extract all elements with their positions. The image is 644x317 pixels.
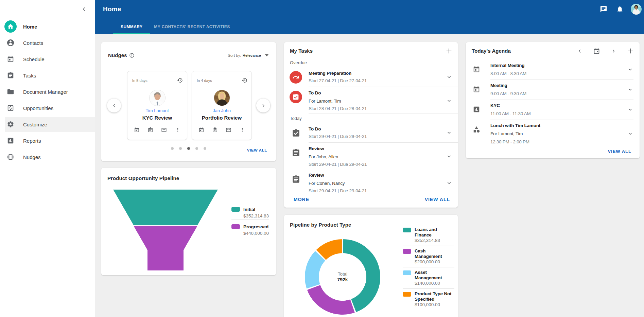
clipboard-icon [290, 146, 302, 159]
clipboard-icon[interactable] [147, 127, 153, 133]
expand-task-button[interactable] [442, 145, 456, 168]
agenda-row-kyc[interactable]: KYC 11:00 AM - 11:30 AM [466, 100, 640, 120]
tab-recent-activities[interactable]: MY CONTACTS' RECENT ACTIVITIES [146, 20, 238, 34]
legend-item-initial: Initial $352,314.83 [231, 206, 269, 219]
tasks-more-link[interactable]: MORE [294, 197, 309, 202]
expand-agenda-button[interactable] [623, 102, 637, 118]
calendar-icon [472, 61, 490, 77]
agenda-date-picker-button[interactable] [588, 43, 605, 59]
sidebar-collapse-button[interactable] [80, 5, 88, 14]
expand-agenda-button[interactable] [623, 122, 637, 146]
notifications-icon [616, 5, 624, 13]
agenda-prev-day-button[interactable] [571, 43, 588, 59]
sort-by-dropdown[interactable]: Sort by: Relevance [228, 53, 268, 57]
tab-summary[interactable]: SUMMARY [113, 20, 150, 34]
info-icon[interactable] [129, 53, 135, 58]
nudges-view-all-link[interactable]: VIEW ALL [247, 148, 267, 152]
agenda-item-title: KYC [490, 102, 623, 110]
history-icon[interactable] [177, 77, 183, 85]
legend-item-asset: Asset Management $140,000.00 [403, 270, 454, 286]
agenda-next-day-button[interactable] [605, 43, 622, 59]
task-dates: Start 28-04-21 | Due 28-04-21 [309, 105, 442, 112]
history-icon[interactable] [242, 77, 247, 85]
sidebar-item-customize[interactable]: Customize [0, 116, 95, 133]
ptype-title: Pipeline by Product Type [290, 222, 351, 228]
donut-total-label: Total [305, 271, 380, 277]
task-row-review-cohen[interactable]: Review For Cohen, Nancy Start 29-04-21 |… [284, 169, 458, 196]
nudge-card-tim-lamont[interactable]: In 5 days [127, 71, 187, 140]
add-task-button[interactable] [442, 44, 456, 58]
carousel-prev-button[interactable] [107, 99, 121, 112]
carousel-dot-active[interactable] [187, 147, 190, 150]
agenda-item-time: 8:00 AM - 8:30 AM [490, 70, 623, 77]
agenda-row-meeting[interactable]: Meeting 9:00 AM - 9:30 AM [466, 80, 640, 100]
kebab-menu-icon[interactable] [175, 127, 181, 133]
task-check-icon [290, 127, 302, 139]
expand-task-button[interactable] [442, 125, 456, 140]
carousel-dot[interactable] [179, 147, 182, 150]
expand-agenda-button[interactable] [623, 61, 637, 77]
nudge-card-jan-john[interactable]: In 4 days [192, 71, 252, 140]
sidebar-item-opportunities[interactable]: Opportunities [0, 100, 95, 116]
legend-value: $100,000.00 [415, 302, 454, 307]
carousel-next-button[interactable] [256, 99, 270, 112]
agenda-item-title: Meeting [490, 82, 623, 90]
carousel-dot[interactable] [195, 147, 198, 150]
agenda-row-internal-meeting[interactable]: Internal Meeting 8:00 AM - 8:30 AM [466, 60, 640, 80]
nudge-contact-link[interactable]: Tim Lamont [127, 108, 187, 113]
task-row-todo-today[interactable]: To Do Start 29-04-21 | Due 29-04-21 [284, 123, 458, 143]
sidebar-item-reports[interactable]: Reports [0, 133, 95, 149]
sidebar-item-label: Home [23, 24, 37, 30]
sidebar-item-contacts[interactable]: Contacts [0, 35, 95, 51]
chat-button[interactable] [597, 2, 610, 16]
folder-icon [6, 88, 15, 96]
agenda-row-lunch[interactable]: Lunch with Tim Lamont For Lamont, Tim 12… [466, 120, 640, 148]
mail-icon[interactable] [226, 127, 232, 133]
donut-chart: Total 792k [305, 239, 380, 315]
expand-task-button[interactable] [442, 69, 456, 84]
kebab-menu-icon[interactable] [239, 127, 245, 133]
user-avatar[interactable] [629, 2, 643, 16]
dollar-icon [6, 104, 15, 112]
calendar-icon[interactable] [134, 127, 140, 133]
notifications-button[interactable] [613, 2, 627, 16]
sidebar-item-label: Opportunities [23, 105, 53, 111]
todays-agenda-card: Today's Agenda Internal Meeting [466, 42, 640, 158]
expand-agenda-button[interactable] [623, 82, 637, 98]
sidebar-item-home[interactable]: Home [0, 18, 95, 35]
sidebar-nav: Home Contacts Schedule Tasks Document Ma… [0, 18, 95, 165]
legend-divider [403, 288, 454, 289]
legend-name: Initial [243, 206, 269, 213]
nudge-due-label: In 5 days [132, 78, 147, 83]
agenda-view-all-link[interactable]: VIEW ALL [608, 149, 631, 154]
sidebar-item-schedule[interactable]: Schedule [0, 51, 95, 67]
nudges-title: Nudges [108, 52, 127, 58]
sidebar-item-document-manager[interactable]: Document Manager [0, 84, 95, 100]
add-agenda-item-button[interactable] [622, 43, 639, 59]
chevron-down-icon [627, 131, 633, 137]
agenda-item-time: 12:30 PM - 2:00 PM [490, 138, 623, 146]
mail-icon[interactable] [161, 127, 167, 133]
task-row-todo-lamont[interactable]: To Do For Lamont, Tim Start 28-04-21 | D… [284, 87, 458, 113]
clipboard-icon[interactable] [212, 127, 218, 133]
expand-task-button[interactable] [442, 171, 456, 194]
sidebar-item-nudges[interactable]: Nudges [0, 149, 95, 165]
sort-by-label: Sort by: [228, 53, 241, 57]
shapes-icon [472, 122, 490, 146]
nudge-actions [198, 127, 245, 133]
chevron-down-icon [446, 74, 452, 80]
task-row-review-john[interactable]: Review For John, Allen Start 29-04-21 | … [284, 143, 458, 169]
expand-task-button[interactable] [442, 89, 456, 112]
carousel-dot[interactable] [204, 147, 206, 150]
sort-by-value: Relevance [243, 53, 261, 57]
task-row-meeting-preparation[interactable]: Meeting Preparation Start 27-04-21 | Due… [284, 67, 458, 87]
chevron-right-icon [261, 103, 266, 108]
sidebar-item-tasks[interactable]: Tasks [0, 67, 95, 84]
carousel-dot[interactable] [171, 147, 174, 150]
tasks-view-all-link[interactable]: VIEW ALL [425, 197, 450, 202]
nudge-contact-link[interactable]: Jan John [192, 108, 251, 113]
legend-item-cash: Cash Management $200,000.00 [403, 248, 454, 265]
calendar-icon[interactable] [198, 127, 204, 133]
legend-name: Product Type Not Specified [415, 291, 454, 302]
sidebar-item-label: Customize [23, 122, 47, 127]
